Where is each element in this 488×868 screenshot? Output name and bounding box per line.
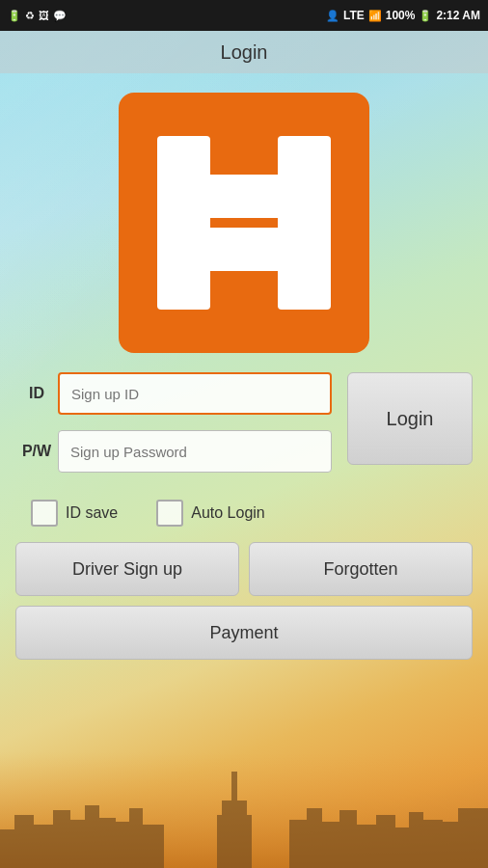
- time-display: 2:12 AM: [436, 9, 480, 22]
- page-title: Login: [221, 41, 268, 64]
- svg-rect-17: [339, 810, 357, 868]
- svg-rect-8: [114, 822, 131, 868]
- checkbox-row: ID save Auto Login: [15, 500, 473, 527]
- payment-button[interactable]: Payment: [15, 606, 473, 660]
- svg-rect-24: [458, 808, 488, 868]
- svg-rect-22: [421, 820, 443, 868]
- app-logo: [119, 93, 369, 353]
- id-input[interactable]: [58, 372, 332, 415]
- network-label: LTE: [343, 9, 365, 22]
- svg-rect-7: [96, 818, 116, 868]
- id-label: ID: [15, 385, 58, 402]
- person-icon: 👤: [326, 10, 339, 22]
- svg-rect-21: [409, 812, 423, 868]
- id-save-label: ID save: [66, 504, 118, 522]
- auto-login-label: Auto Login: [191, 504, 265, 522]
- svg-rect-20: [393, 827, 411, 868]
- status-right: 👤 LTE 📶 100% 🔋 2:12 AM: [326, 9, 480, 22]
- svg-rect-13: [217, 815, 252, 868]
- battery-percent: 100%: [386, 9, 416, 22]
- main-content: ID P/W Login ID save Auto Login: [0, 73, 488, 660]
- login-form: ID P/W Login ID save Auto Login: [0, 372, 488, 542]
- password-input[interactable]: [58, 430, 332, 473]
- forgotten-button[interactable]: Forgotten: [249, 542, 473, 596]
- driver-signup-button[interactable]: Driver Sign up: [15, 542, 239, 596]
- pw-row: P/W: [15, 430, 332, 473]
- hash-logo-svg: [138, 117, 350, 329]
- city-silhouette: [0, 752, 488, 868]
- id-save-checkbox-item[interactable]: ID save: [31, 500, 118, 527]
- battery-status-icon: 🔋: [8, 10, 21, 22]
- login-button[interactable]: Login: [347, 372, 473, 465]
- svg-rect-10: [140, 825, 164, 868]
- svg-rect-25: [157, 136, 210, 310]
- pw-label: P/W: [15, 443, 58, 460]
- svg-rect-27: [157, 175, 331, 218]
- auto-login-checkbox-item[interactable]: Auto Login: [156, 500, 265, 527]
- title-bar: Login: [0, 31, 488, 73]
- svg-rect-18: [355, 825, 379, 868]
- svg-rect-26: [278, 136, 331, 310]
- status-left: 🔋 ♻ 🖼 💬: [8, 10, 67, 22]
- svg-rect-19: [376, 815, 395, 868]
- input-fields-group: ID P/W: [15, 372, 332, 480]
- recycle-icon: ♻: [25, 10, 35, 22]
- signal-icon: 📶: [368, 10, 382, 22]
- svg-rect-23: [441, 822, 460, 868]
- battery-icon: 🔋: [419, 10, 432, 22]
- svg-rect-15: [307, 808, 322, 868]
- image-icon: 🖼: [39, 10, 49, 21]
- status-bar: 🔋 ♻ 🖼 💬 👤 LTE 📶 100% 🔋 2:12 AM: [0, 0, 488, 31]
- signup-forgotten-row: Driver Sign up Forgotten: [15, 542, 473, 596]
- bottom-buttons: Driver Sign up Forgotten Payment: [0, 542, 488, 660]
- id-row: ID: [15, 372, 332, 415]
- svg-rect-14: [289, 820, 309, 868]
- id-save-checkbox[interactable]: [31, 500, 58, 527]
- svg-rect-28: [157, 228, 331, 271]
- svg-rect-16: [320, 822, 341, 868]
- svg-rect-2: [14, 815, 34, 868]
- auto-login-checkbox[interactable]: [156, 500, 183, 527]
- chat-icon: 💬: [53, 10, 67, 22]
